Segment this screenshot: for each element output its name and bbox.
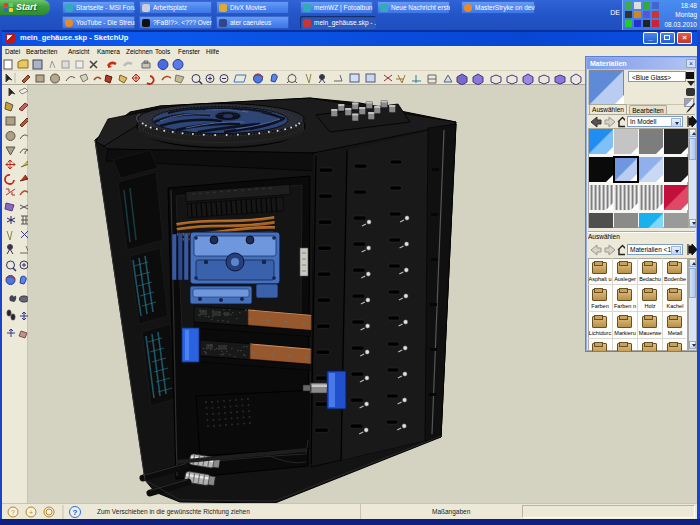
svg-text:?: ? [11,509,15,516]
svg-text:?: ? [73,508,78,517]
svg-text:+: + [29,509,33,516]
